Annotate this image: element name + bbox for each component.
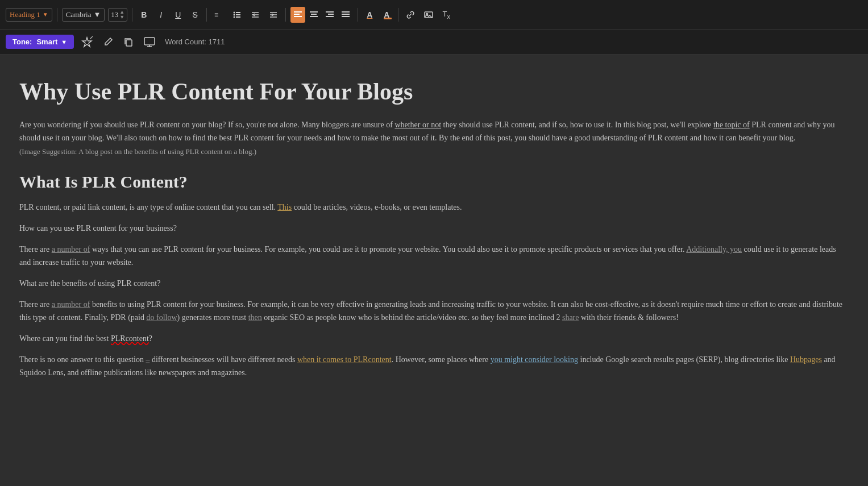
font-size-control[interactable]: 13 ▲▼ — [108, 8, 127, 22]
toolbar-row2: Tone: Smart ▼ Word Count: 1711 — [0, 30, 868, 55]
text-plrcontent-1: PLRcontent — [111, 334, 149, 343]
svg-rect-21 — [326, 16, 334, 17]
svg-rect-14 — [294, 14, 300, 15]
indent-increase-button[interactable] — [266, 7, 281, 23]
copy-button[interactable] — [121, 34, 136, 50]
heading-chevron-icon: ▼ — [43, 11, 48, 18]
text-then: then — [248, 313, 262, 322]
heading-style-label: Heading 1 — [10, 10, 40, 19]
font-size-spinners[interactable]: ▲▼ — [119, 10, 124, 20]
svg-rect-23 — [342, 14, 350, 15]
align-right-button[interactable] — [322, 7, 337, 23]
svg-rect-19 — [326, 11, 334, 13]
section1-para6[interactable]: Where can you find the best PLRcontent? — [19, 332, 849, 345]
svg-rect-30 — [126, 40, 132, 46]
insert-link-button[interactable] — [403, 7, 418, 23]
link-when-it-comes-to[interactable]: when it comes to PLRcontent — [297, 355, 392, 364]
tone-label: Tone: — [13, 38, 32, 46]
ai-generate-button[interactable] — [78, 34, 95, 50]
font-family-label: Cambria — [66, 10, 92, 19]
text-a-number-of-1: a number of — [52, 245, 90, 254]
font-highlight-button[interactable]: A — [380, 7, 393, 23]
svg-point-1 — [234, 11, 235, 13]
tone-dropdown-button[interactable]: Tone: Smart ▼ — [6, 35, 74, 49]
tone-value: Smart — [36, 38, 57, 46]
heading-style-dropdown[interactable]: Heading 1 ▼ — [6, 8, 52, 22]
toolbar-row1: Heading 1 ▼ Cambria ▼ 13 ▲▼ B I U S ≡ — [0, 0, 868, 30]
svg-rect-31 — [144, 38, 155, 45]
svg-line-29 — [90, 36, 93, 39]
link-the-topic-of[interactable]: the topic of — [713, 121, 750, 129]
article-main-title[interactable]: Why Use PLR Content For Your Blogs — [19, 77, 849, 106]
link-hubpages[interactable]: Hubpages — [790, 355, 822, 364]
section1-para4: What are the benefits of using PLR conte… — [19, 277, 849, 290]
italic-button[interactable]: I — [154, 7, 168, 23]
divider5 — [358, 8, 358, 22]
divider6 — [398, 8, 398, 22]
section1-heading[interactable]: What Is PLR Content? — [19, 172, 849, 192]
text-dash: – — [146, 355, 149, 364]
word-count-display: Word Count: 1711 — [165, 38, 225, 46]
numbered-list-button[interactable]: ≡ — [211, 7, 226, 23]
indent-decrease-button[interactable] — [248, 7, 263, 23]
svg-rect-22 — [342, 11, 350, 13]
font-size-value: 13 — [111, 10, 118, 19]
text-a-number-of-2: a number of — [52, 300, 90, 309]
underline-button[interactable]: U — [171, 7, 185, 23]
svg-rect-13 — [294, 11, 302, 13]
svg-rect-6 — [236, 16, 240, 18]
svg-rect-5 — [236, 14, 240, 15]
svg-point-3 — [234, 16, 235, 18]
preview-button[interactable] — [141, 34, 158, 50]
link-this[interactable]: This — [277, 203, 292, 211]
image-suggestion: (Image Suggestion: A blog post on the be… — [19, 147, 849, 156]
clear-format-button[interactable]: Tx — [439, 7, 453, 23]
font-chevron-icon: ▼ — [93, 10, 101, 19]
svg-point-2 — [234, 14, 235, 15]
edit-button[interactable] — [100, 34, 116, 50]
svg-rect-24 — [342, 16, 350, 17]
divider4 — [285, 8, 286, 22]
intro-paragraph[interactable]: Are you wondering if you should use PLR … — [19, 118, 849, 144]
section1-para2: How can you use PLR content for your bus… — [19, 222, 849, 235]
align-left-button[interactable] — [290, 7, 305, 23]
svg-marker-28 — [82, 38, 92, 47]
font-color-button[interactable]: A — [363, 7, 376, 23]
svg-text:≡: ≡ — [214, 11, 218, 19]
section1-para7[interactable]: There is no one answer to this question … — [19, 353, 849, 379]
section1-para1[interactable]: PLR content, or paid link content, is an… — [19, 201, 849, 214]
align-center-button[interactable] — [306, 7, 321, 23]
divider3 — [206, 8, 207, 22]
section1-para3[interactable]: There are a number of ways that you can … — [19, 243, 849, 269]
strikethrough-button[interactable]: S — [188, 7, 202, 23]
svg-rect-15 — [294, 16, 302, 17]
svg-rect-25 — [384, 18, 392, 19]
font-family-dropdown[interactable]: Cambria ▼ — [62, 8, 105, 22]
section1-para5[interactable]: There are a number of benefits to using … — [19, 298, 849, 324]
link-whether-or-not[interactable]: whether or not — [394, 121, 441, 129]
content-area[interactable]: Why Use PLR Content For Your Blogs Are y… — [0, 55, 868, 486]
svg-rect-4 — [236, 12, 240, 13]
text-additionally-you: Additionally, you — [686, 245, 742, 254]
alignment-group — [290, 7, 353, 23]
svg-rect-16 — [310, 11, 318, 13]
insert-image-button[interactable] — [421, 7, 436, 23]
link-you-might-consider[interactable]: you might consider looking — [491, 355, 578, 364]
text-do-follow: do follow — [146, 313, 177, 322]
tone-chevron-icon: ▼ — [61, 39, 67, 45]
svg-rect-20 — [328, 14, 334, 15]
divider1 — [57, 8, 57, 22]
text-share: share — [562, 313, 579, 322]
align-justify-button[interactable] — [338, 7, 353, 23]
svg-rect-17 — [311, 14, 317, 15]
divider2 — [132, 8, 132, 22]
bullet-list-button[interactable] — [230, 7, 244, 23]
bold-button[interactable]: B — [137, 7, 151, 23]
svg-rect-18 — [310, 16, 318, 17]
